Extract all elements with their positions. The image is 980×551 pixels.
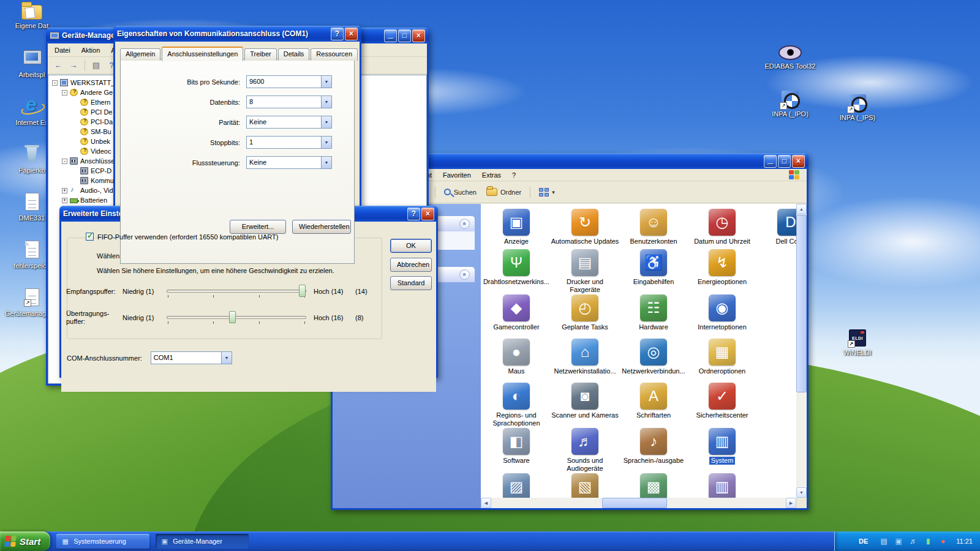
forward-button[interactable]: → (67, 59, 80, 72)
cancel-button[interactable]: Abbrechen (390, 258, 432, 272)
folders-button[interactable]: Ordner (483, 186, 525, 198)
fifo-checkbox[interactable]: ✓ (86, 233, 94, 241)
ok-button[interactable]: OK (390, 239, 432, 253)
search-button[interactable]: Suchen (440, 187, 480, 198)
dropdown-arrow-icon[interactable]: ▼ (321, 76, 331, 88)
tab[interactable]: Treiber (244, 48, 276, 61)
tab[interactable]: Details (278, 48, 310, 61)
desktop-icon[interactable]: ELDI WINELDI (824, 328, 891, 356)
control-panel-item[interactable]: D Dell Contr (759, 209, 796, 246)
scrollbar-thumb[interactable] (602, 498, 667, 508)
control-panel-item[interactable]: ▥ System (690, 428, 754, 465)
menu-item[interactable]: Extras (477, 170, 507, 181)
desktop-icon[interactable]: INPA (_IPS) (824, 93, 891, 121)
control-panel-item[interactable]: ◴ Geplante Tasks (553, 294, 617, 331)
properties-button[interactable]: ▤ (89, 59, 103, 72)
expander-icon[interactable]: - (62, 90, 67, 96)
setting-combo[interactable]: 1 ▼ (246, 136, 332, 149)
close-button[interactable]: × (792, 155, 805, 168)
taskbar-task-button[interactable]: ▣ Geräte-Manager (156, 534, 249, 549)
start-button[interactable]: Start (0, 531, 50, 551)
vertical-scrollbar[interactable]: ▲ ▼ (796, 204, 807, 498)
menu-item[interactable]: Datei (49, 45, 76, 56)
close-button[interactable]: × (421, 208, 434, 220)
slider-track[interactable] (167, 316, 306, 319)
control-panel-item[interactable]: ↯ Energieoptionen (690, 249, 754, 286)
control-panel-item[interactable]: ◉ Internetoptionen (690, 294, 754, 331)
minimize-button[interactable]: ─ (764, 155, 777, 168)
maximize-button[interactable]: □ (778, 155, 791, 168)
tray-volume-icon[interactable]: ♬ (908, 536, 918, 546)
slider-track[interactable] (167, 290, 306, 293)
scroll-left-icon[interactable]: ◀ (481, 498, 491, 508)
tab[interactable]: Ressourcen (311, 48, 358, 61)
control-panel-item[interactable]: ▧ (553, 473, 617, 498)
help-button[interactable]: ? (331, 28, 344, 40)
setting-combo[interactable]: Keine ▼ (246, 156, 332, 169)
dropdown-arrow-icon[interactable]: ▼ (321, 137, 331, 148)
control-panel-item[interactable]: ● Maus (484, 339, 548, 375)
tray-security-icon[interactable]: ● (938, 536, 948, 546)
views-button[interactable]: ▾ (535, 186, 559, 198)
help-button[interactable]: ? (407, 208, 420, 220)
control-panel-item[interactable]: ⌂ Netzwerkinstallatio... (553, 339, 617, 375)
language-indicator[interactable]: DE (859, 538, 868, 545)
slider-thumb[interactable] (299, 285, 306, 297)
close-button[interactable]: × (412, 29, 425, 42)
expander-icon[interactable]: + (62, 198, 67, 203)
tray-display-icon[interactable]: ▣ (894, 536, 903, 546)
control-panel-item[interactable]: Ψ Drahtlosnetzwerkins... (484, 249, 548, 286)
control-panel-item[interactable]: ✓ Sicherheitscenter (690, 383, 754, 419)
scroll-right-icon[interactable]: ▶ (786, 498, 796, 508)
menu-item[interactable]: ? (507, 170, 521, 181)
com1-properties-titlebar[interactable]: Eigenschaften von Kommunikationsanschlus… (113, 26, 361, 42)
control-panel-item[interactable]: ◙ Scanner und Kameras (553, 383, 617, 419)
expander-icon[interactable]: - (62, 159, 67, 164)
scroll-up-icon[interactable]: ▲ (796, 204, 807, 214)
control-panel-item[interactable]: ♪ Sprachein-/ausgabe (622, 428, 685, 465)
menu-item[interactable]: Favoriten (437, 170, 477, 181)
scroll-down-icon[interactable]: ▼ (796, 487, 807, 498)
control-panel-item[interactable]: ◐ Regions- und Sprachoptionen (484, 383, 548, 427)
close-button[interactable]: × (345, 28, 358, 40)
control-panel-item[interactable]: ♿ Eingabehilfen (622, 249, 685, 286)
control-panel-item[interactable]: ◧ Software (484, 428, 548, 465)
setting-combo[interactable]: 9600 ▼ (246, 75, 332, 88)
expander-icon[interactable]: + (62, 188, 67, 193)
tab[interactable]: Anschlusseinstellungen (162, 47, 243, 61)
control-panel-item[interactable]: ♬ Sounds und Audiogeräte (553, 428, 617, 473)
control-panel-item[interactable]: ☷ Hardware (622, 294, 685, 331)
tab[interactable]: Allgemein (120, 48, 160, 61)
maximize-button[interactable]: □ (398, 29, 411, 42)
expander-icon[interactable]: - (52, 80, 58, 86)
com-port-combo[interactable]: COM1 ▼ (151, 351, 232, 364)
taskbar-task-button[interactable]: ▦ Systemsteuerung (56, 534, 149, 549)
horizontal-scrollbar[interactable]: ◀ ▶ (481, 498, 796, 508)
setting-combo[interactable]: Keine ▼ (246, 116, 332, 129)
chevron-up-icon[interactable]: « (459, 269, 470, 280)
control-panel-item[interactable]: ▣ Anzeige (484, 209, 548, 246)
desktop-icon[interactable]: EDIABAS Tool32 (756, 43, 824, 70)
dropdown-arrow-icon[interactable]: ▼ (321, 116, 331, 128)
chevron-up-icon[interactable]: « (459, 219, 470, 229)
control-panel-item[interactable]: ◷ Datum und Uhrzeit (690, 209, 754, 246)
control-panel-item[interactable]: ☺ Benutzerkonten (622, 209, 685, 246)
tray-network-icon[interactable]: ▮ (923, 536, 933, 546)
setting-combo[interactable]: 8 ▼ (246, 96, 332, 108)
control-panel-item[interactable]: ▤ Drucker und Faxgeräte (553, 249, 617, 294)
advanced-button[interactable]: Erweitert... (230, 220, 286, 234)
dropdown-arrow-icon[interactable]: ▼ (321, 96, 331, 108)
control-panel-item[interactable]: A Schriftarten (622, 383, 685, 419)
slider-thumb[interactable] (229, 311, 236, 323)
tray-device-icon[interactable]: ▤ (879, 536, 889, 546)
control-panel-item[interactable]: ▥ (690, 473, 754, 498)
dropdown-arrow-icon[interactable]: ▼ (221, 352, 232, 364)
minimize-button[interactable]: ─ (384, 29, 397, 42)
back-button[interactable]: ← (51, 59, 65, 72)
dropdown-arrow-icon[interactable]: ▼ (321, 157, 331, 168)
control-panel-item[interactable]: ▨ (484, 473, 548, 498)
desktop-icon[interactable]: INPA (_IPO) (756, 89, 824, 118)
control-panel-item[interactable]: ▦ Ordneroptionen (690, 339, 754, 375)
menu-item[interactable]: Aktion (76, 45, 106, 56)
restore-defaults-button[interactable]: Wiederherstellen (292, 220, 351, 234)
